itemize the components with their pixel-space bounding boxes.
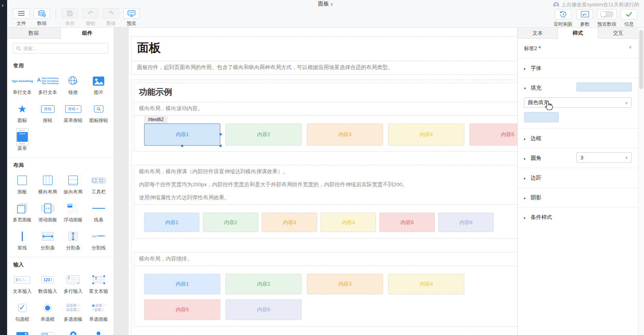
component-item-横向布局[interactable]: 横向布局	[35, 174, 61, 195]
examples-container[interactable]: 功能示例 横向布局，横向滚动内容。 #text62 内容1 内容2内容3内容4内…	[131, 80, 517, 335]
component-item-location-icon[interactable]	[60, 330, 86, 335]
content-box[interactable]: 内容4	[388, 124, 464, 146]
component-item-按钮[interactable]: 按钮按钮	[35, 103, 61, 124]
component-item-多页面板[interactable]: 多页面板	[9, 202, 35, 223]
component-item-菜单[interactable]: Item1Item2Item3菜单	[9, 131, 35, 152]
component-item-面板[interactable]: 面板	[9, 174, 35, 195]
component-item-工具栏[interactable]: 工具栏	[86, 174, 112, 195]
component-item-单行文本[interactable]: Type Something单行文本	[9, 75, 35, 96]
triangle-down-icon[interactable]: ▾	[524, 86, 527, 90]
resize-handle-bottom[interactable]	[181, 144, 184, 147]
component-item-图标按钮[interactable]: 图标按钮	[86, 103, 112, 124]
content-box[interactable]: 内容4	[388, 274, 464, 294]
component-item-勾选框[interactable]: ✓勾选框	[9, 302, 35, 323]
content-box[interactable]: 内容2	[203, 213, 258, 232]
component-item-单选框[interactable]: 单选框	[35, 302, 61, 323]
example1-row[interactable]: #text62 内容1 内容2内容3内容4内容5	[134, 115, 517, 152]
预览数据-button[interactable]: 预览数据	[597, 9, 617, 28]
component-item-图标[interactable]: ★图标	[9, 103, 35, 124]
collapse-strip[interactable]: ›	[0, 0, 7, 335]
component-item-分割条[interactable]: 分割条	[35, 230, 61, 251]
style-section-圆角[interactable]: ▸圆角3∨	[518, 148, 638, 168]
example1-caption[interactable]: 横向布局，横向滚动内容。	[134, 102, 517, 116]
component-item-多选面板[interactable]: ☑选项一☑选项二多选面板	[60, 302, 86, 323]
定时刷新-button[interactable]: 定时刷新	[554, 9, 573, 28]
component-item-滑动面板[interactable]: 滑动面板	[35, 202, 61, 223]
triangle-right-icon[interactable]: ▸	[524, 176, 527, 180]
component-item-dropdown-icon[interactable]	[9, 330, 35, 335]
content-box[interactable]: 内容3	[307, 274, 383, 294]
style-section-阴影[interactable]: ▸阴影	[518, 187, 638, 207]
selected-content-box[interactable]: #text62 内容1	[144, 124, 220, 146]
component-item-分割线[interactable]: TXT▾分割线	[86, 230, 112, 251]
预览-button[interactable]: 预览	[123, 8, 140, 27]
expand-panel-icon[interactable]: ›	[2, 2, 4, 8]
document-title-dropdown[interactable]: 面板∨	[318, 0, 333, 7]
参数-button[interactable]: x=参数	[576, 9, 593, 28]
sidebar-tab-数据[interactable]: 数据	[7, 28, 61, 38]
content-box[interactable]: 内容6	[438, 213, 494, 232]
信息-button[interactable]: 信息	[621, 9, 637, 28]
resize-handle-right[interactable]	[219, 133, 222, 136]
example2-row[interactable]: 内容1内容2内容3内容4内容5内容6	[134, 204, 517, 239]
component-item-文本输入[interactable]: I输入...文本输入	[9, 274, 35, 295]
content-box[interactable]: 内容5	[144, 299, 220, 320]
triangle-right-icon[interactable]: ▸	[524, 67, 527, 71]
component-item-单选面板[interactable]: ◉选项一○选项二单选面板	[86, 302, 112, 323]
example3-row[interactable]: 内容1内容2内容3内容4内容5内容6	[134, 266, 517, 327]
search-input[interactable]	[23, 46, 105, 51]
component-item-多行文本[interactable]: AType SomethingType SomethingType Someth…	[35, 75, 61, 96]
triangle-right-icon[interactable]: ▸	[524, 196, 527, 200]
content-box[interactable]: 内容5	[469, 124, 517, 146]
component-item-纵向布局[interactable]: 纵向布局	[60, 174, 86, 195]
component-item-多行输入[interactable]: I多行输入	[60, 274, 86, 295]
radius-value-select[interactable]: 3∨	[576, 152, 632, 163]
component-item-线条[interactable]: 线条	[86, 202, 112, 223]
page-surface[interactable]: 面板 面板控件，起到页面布局的作用。包含了横向和纵向两种布局方式，可以根据应用场…	[129, 28, 517, 335]
example3-caption[interactable]: 横向布局，内容绕排。	[134, 252, 517, 266]
component-item-富文本输[interactable]: T富文本输	[86, 274, 112, 295]
triangle-right-icon[interactable]: ▸	[524, 216, 527, 220]
content-box[interactable]: 内容2	[225, 274, 302, 294]
component-search[interactable]	[13, 43, 108, 54]
content-box[interactable]: 内容2	[225, 124, 302, 146]
component-item-链接[interactable]: 链接	[60, 75, 86, 96]
page-description[interactable]: 面板控件，起到页面布局的作用。包含了横向和纵向两种布局方式，可以根据应用场景选择…	[131, 61, 517, 75]
文件-button[interactable]: 文件	[13, 8, 30, 27]
inspector-tab-交互[interactable]: 交互	[598, 28, 638, 38]
scrollbar-thumb[interactable]	[639, 30, 643, 89]
content-box[interactable]: 内容3	[307, 124, 383, 146]
component-item-菜单按钮[interactable]: 按钮 ∨菜单按钮	[60, 103, 86, 124]
style-section-填充[interactable]: ▾填充颜色填充∨	[518, 78, 638, 128]
example2-caption-block[interactable]: 横向布局，横向撑满（内部控件设置伸缩达到横向撑满效果）。内部每个控件宽度均为20…	[134, 165, 517, 205]
vertical-scrollbar[interactable]	[638, 28, 644, 335]
fill-mode-select[interactable]: 颜色填充∨	[524, 97, 632, 108]
sidebar-tab-组件[interactable]: 组件	[61, 28, 114, 39]
content-box[interactable]: 内容1	[144, 274, 220, 294]
preview-data-toggle[interactable]	[600, 11, 614, 17]
style-section-边框[interactable]: ▸边框	[518, 128, 638, 148]
chevron-down-icon[interactable]: ∨	[629, 45, 632, 50]
inspector-tab-文本[interactable]: 文本	[518, 28, 558, 38]
title-block[interactable]: 面板	[131, 36, 517, 61]
content-box[interactable]: 内容6	[225, 299, 302, 320]
fill-color-swatch[interactable]	[576, 82, 632, 92]
component-item-竖线[interactable]: 竖线	[9, 230, 35, 251]
triangle-right-icon[interactable]: ▸	[524, 137, 527, 141]
component-item-datepicker-icon[interactable]	[35, 330, 61, 335]
component-item-分割条[interactable]: 分割条	[60, 230, 86, 251]
selected-element-row[interactable]: 标签2★ ∨	[518, 39, 638, 58]
component-item-person-icon[interactable]	[86, 330, 112, 335]
数据-button[interactable]: 数据	[34, 8, 50, 27]
content-box[interactable]: 内容4	[321, 213, 376, 232]
fill-color-value-swatch[interactable]	[524, 112, 559, 122]
resize-handle-corner[interactable]	[219, 144, 222, 147]
component-item-浮动面板[interactable]: 浮动面板	[60, 202, 86, 223]
triangle-right-icon[interactable]: ▸	[524, 157, 527, 161]
inspector-tab-样式[interactable]: 样式	[558, 28, 598, 39]
content-box[interactable]: 内容5	[379, 213, 435, 232]
component-item-图片[interactable]: 图片	[86, 75, 112, 96]
content-box[interactable]: 内容3	[262, 213, 317, 232]
content-box[interactable]: 内容1	[144, 213, 199, 232]
section-title-block[interactable]: 功能示例	[134, 82, 517, 102]
